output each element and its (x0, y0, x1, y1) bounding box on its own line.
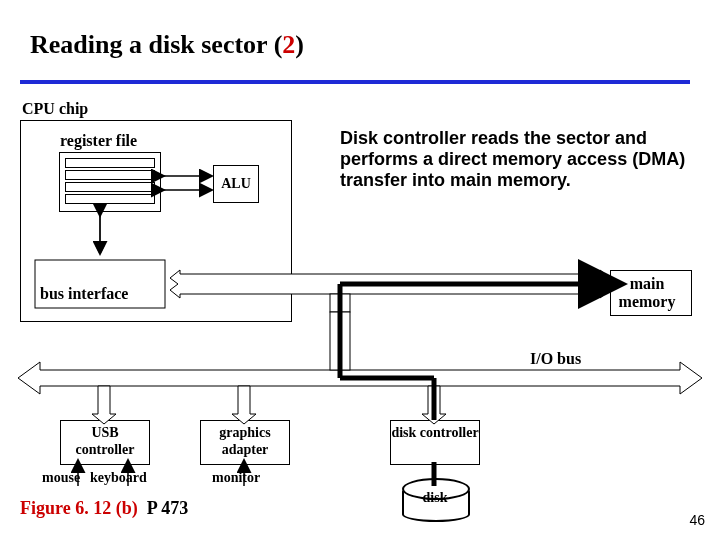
svg-marker-9 (232, 386, 256, 424)
slide-stage: Reading a disk sector (2) CPU chip regis… (0, 0, 720, 540)
diagram-arrows (0, 0, 720, 540)
svg-rect-3 (35, 260, 165, 308)
svg-marker-8 (92, 386, 116, 424)
